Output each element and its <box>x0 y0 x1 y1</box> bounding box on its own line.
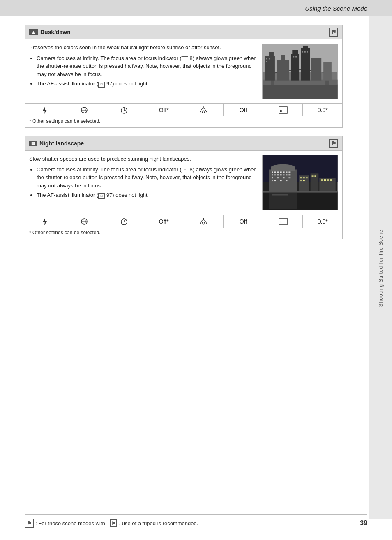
svg-rect-19 <box>293 56 294 58</box>
footer-note-suffix: , use of a tripod is recommended. <box>119 520 198 526</box>
svg-rect-55 <box>272 177 273 178</box>
svg-rect-24 <box>263 85 337 99</box>
svg-rect-16 <box>266 58 267 59</box>
night-landscape-title-area: ▦ Night landscape <box>29 140 84 147</box>
night-landscape-bullet-1: Camera focuses at infinity. The focus ar… <box>37 166 257 190</box>
svg-text:±: ± <box>280 220 282 224</box>
svg-marker-84 <box>43 218 47 225</box>
night-landscape-header: ▦ Night landscape ⚑ <box>25 136 342 151</box>
svg-point-63 <box>271 164 295 171</box>
svg-point-33 <box>202 111 205 113</box>
svg-rect-75 <box>324 179 326 181</box>
svg-rect-54 <box>288 174 290 175</box>
svg-rect-58 <box>288 177 290 178</box>
dusk-dawn-header: ▲ Dusk/dawn ⚑ <box>25 25 342 39</box>
svg-rect-73 <box>314 175 316 177</box>
svg-rect-82 <box>300 196 304 196</box>
svg-rect-45 <box>283 171 285 173</box>
dusk-dawn-bullets: Camera focuses at infinity. The focus ar… <box>37 54 257 88</box>
svg-rect-8 <box>277 60 289 80</box>
settings-macro <box>184 104 224 116</box>
dusk-dawn-settings-row: Off* Off ± 0.0* <box>25 103 342 117</box>
dusk-dawn-text: Preserves the colors seen in the weak na… <box>29 44 257 99</box>
night-landscape-settings-row: Off* Off ± 0.0* <box>25 215 342 228</box>
svg-rect-53 <box>286 174 288 175</box>
footer-note: ⚑ : For those scene modes with ⚑ , use o… <box>25 519 198 528</box>
ev-icon-2: ± <box>279 218 288 225</box>
svg-rect-44 <box>280 171 282 173</box>
flash-icon-2 <box>42 217 48 226</box>
footer-note-prefix: : For those scene modes with <box>35 520 105 526</box>
dusk-dawn-mode-icon: ▲ <box>29 29 38 35</box>
settings-off-star-1: Off* <box>144 104 184 116</box>
svg-text:±: ± <box>280 108 282 113</box>
header-bar: Using the Scene Mode <box>0 0 392 16</box>
svg-rect-15 <box>323 62 332 80</box>
dusk-dawn-body: Preserves the colors seen in the weak na… <box>25 39 342 103</box>
book-ref-icon-4: □ <box>98 193 105 199</box>
globe-icon <box>81 106 88 114</box>
page: Using the Scene Mode ▲ Dusk/dawn ⚑ Prese… <box>0 0 392 540</box>
dusk-dawn-bullet-1: Camera focuses at infinity. The focus ar… <box>37 54 257 78</box>
svg-rect-52 <box>283 174 285 175</box>
flash-icon <box>42 106 48 114</box>
svg-rect-72 <box>312 175 314 177</box>
settings-ev-icon-2: ± <box>263 215 303 228</box>
svg-rect-61 <box>280 180 282 181</box>
svg-rect-67 <box>300 177 302 178</box>
svg-rect-18 <box>266 61 267 62</box>
night-landscape-image <box>262 155 338 210</box>
night-landscape-bullets: Camera focuses at infinity. The focus ar… <box>37 166 257 199</box>
settings-off-2: Off <box>224 216 263 227</box>
dusk-dawn-note: * Other settings can be selected. <box>25 117 342 127</box>
settings-ev-value-2: 0.0* <box>303 216 342 227</box>
dusk-dawn-image <box>262 44 338 99</box>
svg-rect-42 <box>274 171 276 173</box>
svg-rect-83 <box>321 196 327 196</box>
dusk-dawn-title-area: ▲ Dusk/dawn <box>29 29 71 35</box>
macro-icon-2 <box>199 218 208 225</box>
night-landscape-description: Slow shutter speeds are used to produce … <box>29 155 257 163</box>
settings-off-star-2: Off* <box>144 216 184 227</box>
settings-ev-value-1: 0.0* <box>303 104 342 116</box>
svg-rect-7 <box>269 52 274 58</box>
svg-rect-46 <box>286 171 288 173</box>
svg-rect-71 <box>303 180 305 181</box>
settings-timer-2 <box>104 215 144 228</box>
svg-rect-23 <box>307 51 308 53</box>
svg-rect-43 <box>277 171 279 173</box>
svg-rect-78 <box>263 191 337 193</box>
night-landscape-card: ▦ Night landscape ⚑ Slow shutter speeds … <box>25 136 343 239</box>
night-landscape-body: Slow shutter speeds are used to produce … <box>25 151 342 215</box>
book-ref-icon-1: □ <box>182 56 188 62</box>
book-ref-icon-2: □ <box>98 82 105 88</box>
night-landscape-title: Night landscape <box>39 140 84 147</box>
svg-rect-76 <box>327 179 329 181</box>
night-landscape-tripod-icon: ⚑ <box>329 139 338 148</box>
night-landscape-mode-icon: ▦ <box>29 141 37 146</box>
book-ref-icon-3: □ <box>182 168 188 173</box>
svg-rect-62 <box>286 180 288 181</box>
svg-rect-6 <box>265 56 275 81</box>
night-landscape-image-svg <box>263 155 338 210</box>
svg-rect-20 <box>295 56 297 58</box>
settings-ev-icon: ± <box>263 104 303 116</box>
footer-page-number: 39 <box>360 519 367 527</box>
svg-rect-50 <box>277 174 279 175</box>
svg-rect-11 <box>292 50 298 55</box>
night-landscape-text: Slow shutter speeds are used to produce … <box>29 155 257 210</box>
header-title: Using the Scene Mode <box>305 5 367 12</box>
svg-rect-56 <box>277 177 279 178</box>
dusk-dawn-description: Preserves the colors seen in the weak na… <box>29 44 257 52</box>
sidebar-text: Shooting Suited for the Scene <box>378 229 384 307</box>
svg-rect-47 <box>288 171 290 173</box>
svg-rect-74 <box>321 179 323 181</box>
svg-rect-60 <box>274 180 276 181</box>
settings-flash <box>25 104 65 117</box>
svg-rect-77 <box>330 179 332 181</box>
footer: ⚑ : For those scene modes with ⚑ , use o… <box>25 514 367 528</box>
svg-rect-51 <box>280 174 282 175</box>
svg-rect-57 <box>283 177 285 178</box>
settings-globe-2 <box>65 215 105 228</box>
svg-rect-59 <box>272 180 273 181</box>
